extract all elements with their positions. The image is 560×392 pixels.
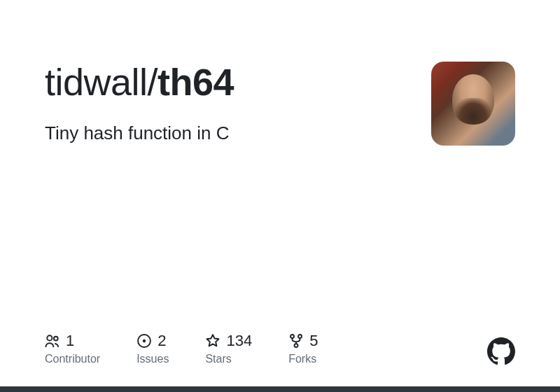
issue-icon xyxy=(136,333,152,349)
stat-count: 134 xyxy=(226,332,252,350)
svg-point-4 xyxy=(290,335,294,338)
bottom-accent-bar xyxy=(0,386,560,392)
star-icon xyxy=(205,333,220,349)
stat-label: Contributor xyxy=(45,353,100,365)
svg-point-6 xyxy=(295,344,298,347)
svg-point-3 xyxy=(143,340,146,342)
slash-separator: / xyxy=(148,61,158,103)
avatar[interactable] xyxy=(431,62,515,146)
stat-contributors[interactable]: 1 Contributor xyxy=(45,332,100,365)
people-icon xyxy=(45,333,60,349)
repo-name: th64 xyxy=(158,61,234,103)
stat-label: Stars xyxy=(205,353,252,365)
stat-label: Issues xyxy=(136,353,169,365)
repo-owner: tidwall xyxy=(45,61,148,103)
repo-title: tidwall/th64 xyxy=(45,62,234,103)
stat-label: Forks xyxy=(288,353,318,365)
stat-count: 1 xyxy=(66,332,74,350)
stat-count: 5 xyxy=(309,332,318,350)
stat-forks[interactable]: 5 Forks xyxy=(288,332,318,365)
stat-issues[interactable]: 2 Issues xyxy=(136,332,169,365)
stat-stars[interactable]: 134 Stars xyxy=(205,332,252,365)
fork-icon xyxy=(288,333,304,349)
svg-point-1 xyxy=(54,337,58,341)
svg-point-5 xyxy=(298,335,302,338)
repo-description: Tiny hash function in C xyxy=(45,122,234,144)
stats-list: 1 Contributor 2 Issues xyxy=(45,332,318,365)
stat-count: 2 xyxy=(158,332,166,350)
github-logo-icon[interactable] xyxy=(487,337,515,365)
svg-point-0 xyxy=(47,335,52,340)
